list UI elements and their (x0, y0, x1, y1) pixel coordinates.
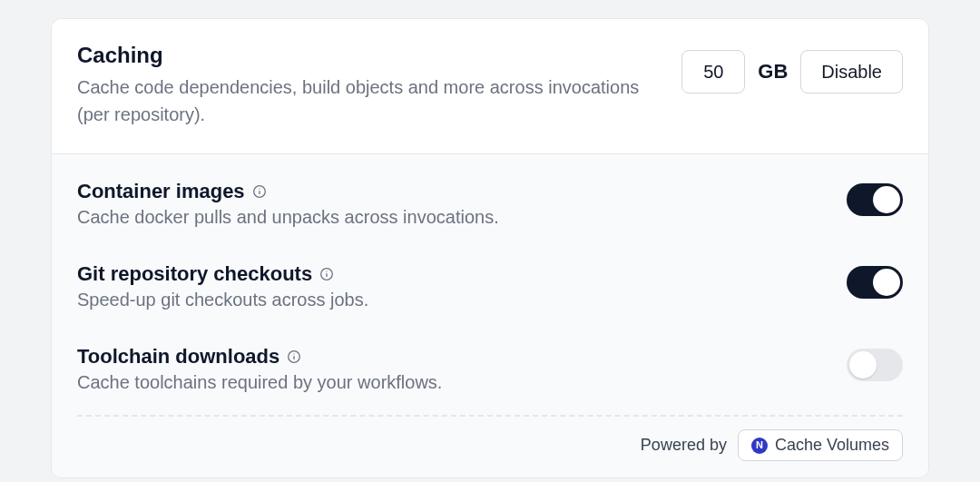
caching-options-list: Container images Cache docker pulls and … (52, 154, 928, 477)
caching-description: Cache code dependencies, build objects a… (77, 74, 663, 128)
info-icon[interactable] (319, 267, 334, 281)
caching-settings-card: Caching Cache code dependencies, build o… (51, 18, 929, 478)
cache-size-unit: GB (758, 60, 788, 84)
powered-by-label: Powered by (641, 436, 727, 455)
caching-header: Caching Cache code dependencies, build o… (52, 19, 928, 154)
info-icon[interactable] (287, 349, 301, 364)
git-checkouts-row: Git repository checkouts Speed-up git ch… (52, 244, 928, 327)
container-images-toggle[interactable] (847, 183, 903, 216)
badge-logo-icon: N (751, 438, 768, 454)
caching-title: Caching (77, 43, 663, 68)
container-images-desc: Cache docker pulls and unpacks across in… (77, 207, 847, 228)
toolchain-downloads-toggle[interactable] (847, 349, 903, 381)
container-images-row: Container images Cache docker pulls and … (52, 162, 928, 244)
disable-button[interactable]: Disable (800, 50, 903, 93)
cache-volumes-badge[interactable]: N Cache Volumes (738, 429, 903, 461)
svg-point-8 (294, 353, 295, 354)
toolchain-downloads-row: Toolchain downloads Cache toolchains req… (52, 327, 928, 409)
info-icon[interactable] (252, 184, 267, 199)
cache-size-input[interactable] (681, 50, 745, 93)
toolchain-downloads-desc: Cache toolchains required by your workfl… (77, 372, 847, 393)
badge-text: Cache Volumes (775, 436, 889, 455)
svg-point-2 (259, 188, 260, 189)
container-images-title: Container images (77, 180, 245, 203)
git-checkouts-title: Git repository checkouts (77, 262, 312, 286)
git-checkouts-desc: Speed-up git checkouts across jobs. (77, 290, 847, 310)
git-checkouts-toggle[interactable] (847, 266, 903, 299)
card-footer: Powered by N Cache Volumes (52, 417, 928, 477)
toolchain-downloads-title: Toolchain downloads (77, 345, 279, 369)
svg-point-5 (327, 271, 328, 271)
